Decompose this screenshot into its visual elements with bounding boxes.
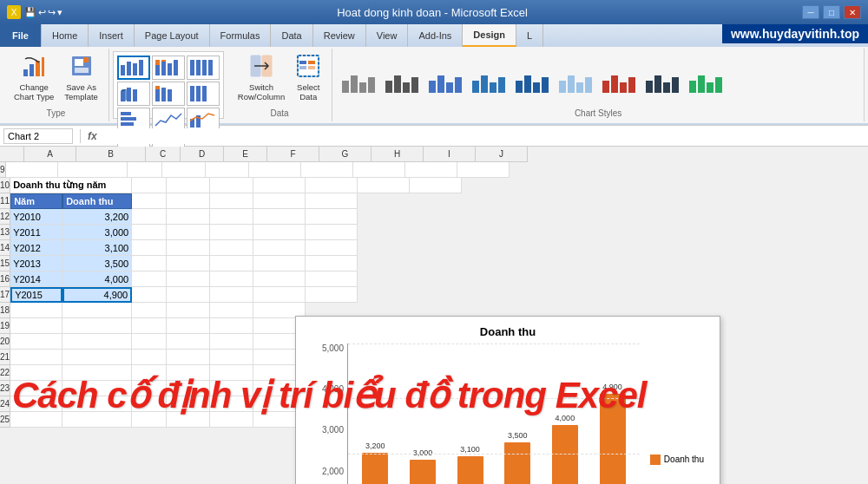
cell-b17[interactable]: 4,900 (62, 287, 132, 303)
cell-d19[interactable] (167, 318, 210, 334)
cell-c12[interactable] (132, 209, 167, 225)
redo-btn[interactable]: ↪ (48, 7, 56, 18)
cell-d18[interactable] (167, 303, 210, 318)
tab-addins[interactable]: Add-Ins (408, 24, 463, 47)
cell-e18[interactable] (210, 303, 253, 318)
cell-f12[interactable] (253, 209, 306, 225)
cell-f13[interactable] (253, 225, 306, 240)
tab-formulas[interactable]: Formulas (210, 24, 272, 47)
cell-d21[interactable] (167, 350, 210, 365)
dropdown-btn[interactable]: ▾ (57, 7, 62, 18)
col-header-g[interactable]: G (319, 147, 372, 162)
cell-c20[interactable] (132, 334, 167, 350)
cell-b12[interactable]: 3,200 (62, 209, 132, 225)
cell-e9[interactable] (206, 162, 249, 178)
cell-f14[interactable] (253, 240, 306, 256)
cell-c16[interactable] (132, 271, 167, 287)
col-header-f[interactable]: F (267, 147, 319, 162)
cell-b11[interactable]: Doanh thu (62, 193, 132, 209)
cell-a16[interactable]: Y2014 (10, 271, 62, 287)
cell-e11[interactable] (210, 193, 253, 209)
chart-style-6[interactable] (556, 64, 595, 95)
cell-d20[interactable] (167, 334, 210, 350)
chart-type-100pct[interactable] (187, 56, 220, 80)
cell-g9[interactable] (301, 162, 353, 178)
col-header-h[interactable]: H (372, 147, 424, 162)
cell-e14[interactable] (210, 240, 253, 256)
cell-d13[interactable] (167, 225, 210, 240)
cell-d17[interactable] (167, 287, 210, 303)
cell-b18[interactable] (62, 303, 132, 318)
col-header-c[interactable]: C (146, 147, 181, 162)
cell-j9[interactable] (457, 162, 510, 178)
tab-review[interactable]: Review (313, 24, 366, 47)
cell-f16[interactable] (253, 271, 306, 287)
chart-style-8[interactable] (643, 64, 681, 95)
cell-d14[interactable] (167, 240, 210, 256)
chart-type-clustered[interactable] (117, 56, 150, 80)
chart-type-3d-100pct[interactable] (187, 82, 220, 106)
tab-view[interactable]: View (366, 24, 409, 47)
cell-c19[interactable] (132, 318, 167, 334)
cell-e20[interactable] (210, 334, 253, 350)
minimize-btn[interactable]: ─ (802, 5, 819, 19)
cell-g14[interactable] (306, 240, 358, 256)
cell-a21[interactable] (10, 350, 62, 365)
cell-g16[interactable] (306, 271, 358, 287)
name-box[interactable]: Chart 2 (3, 128, 73, 144)
chart-style-5[interactable] (513, 64, 551, 95)
cell-b15[interactable]: 3,500 (62, 256, 132, 271)
cell-b21[interactable] (62, 350, 132, 365)
cell-b19[interactable] (62, 318, 132, 334)
chart-type-stacked[interactable] (152, 56, 185, 80)
cell-d9[interactable] (162, 162, 206, 178)
col-header-d[interactable]: D (181, 147, 224, 162)
cell-d10[interactable] (167, 178, 210, 193)
cell-g15[interactable] (306, 256, 358, 271)
cell-a17[interactable]: Y2015 (10, 287, 62, 303)
cell-b20[interactable] (62, 334, 132, 350)
chart-style-3[interactable] (426, 64, 464, 95)
cell-c21[interactable] (132, 350, 167, 365)
cell-d12[interactable] (167, 209, 210, 225)
cell-e13[interactable] (210, 225, 253, 240)
cell-a10[interactable]: Doanh thu từng năm (10, 178, 132, 193)
cell-a12[interactable]: Y2010 (10, 209, 62, 225)
cell-b16[interactable]: 4,000 (62, 271, 132, 287)
chart-style-2[interactable] (383, 64, 421, 95)
cell-e15[interactable] (210, 256, 253, 271)
cell-c18[interactable] (132, 303, 167, 318)
cell-e12[interactable] (210, 209, 253, 225)
cell-f17[interactable] (253, 287, 306, 303)
cell-h10[interactable] (358, 178, 410, 193)
maximize-btn[interactable]: □ (823, 5, 840, 19)
cell-d11[interactable] (167, 193, 210, 209)
cell-b14[interactable]: 3,100 (62, 240, 132, 256)
col-header-e[interactable]: E (224, 147, 267, 162)
cell-c13[interactable] (132, 225, 167, 240)
chart-style-4[interactable] (470, 64, 508, 95)
tab-design[interactable]: Design (463, 24, 516, 47)
cell-a19[interactable] (10, 318, 62, 334)
tab-data[interactable]: Data (271, 24, 312, 47)
cell-g11[interactable] (306, 193, 358, 209)
tab-file[interactable]: File (0, 24, 42, 47)
save-quick-btn[interactable]: 💾 (24, 7, 36, 18)
select-data-btn[interactable]: SelectData (292, 52, 325, 104)
cell-e21[interactable] (210, 350, 253, 365)
cell-f9[interactable] (249, 162, 301, 178)
change-chart-type-btn[interactable]: ChangeChart Type (10, 52, 57, 104)
cell-c17[interactable] (132, 287, 167, 303)
col-header-i[interactable]: I (424, 147, 476, 162)
cell-g13[interactable] (306, 225, 358, 240)
cell-e17[interactable] (210, 287, 253, 303)
cell-a20[interactable] (10, 334, 62, 350)
cell-c14[interactable] (132, 240, 167, 256)
col-header-a[interactable]: A (24, 147, 76, 162)
cell-a18[interactable] (10, 303, 62, 318)
cell-g10[interactable] (306, 178, 358, 193)
cell-e10[interactable] (210, 178, 253, 193)
cell-c11[interactable] (132, 193, 167, 209)
cell-a15[interactable]: Y2013 (10, 256, 62, 271)
cell-g12[interactable] (306, 209, 358, 225)
